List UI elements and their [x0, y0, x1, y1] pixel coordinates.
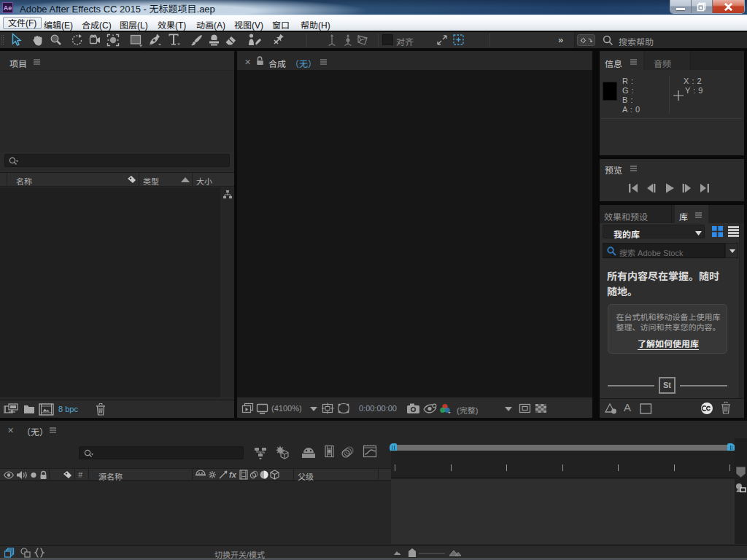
svg-text:fx: fx	[229, 470, 237, 479]
